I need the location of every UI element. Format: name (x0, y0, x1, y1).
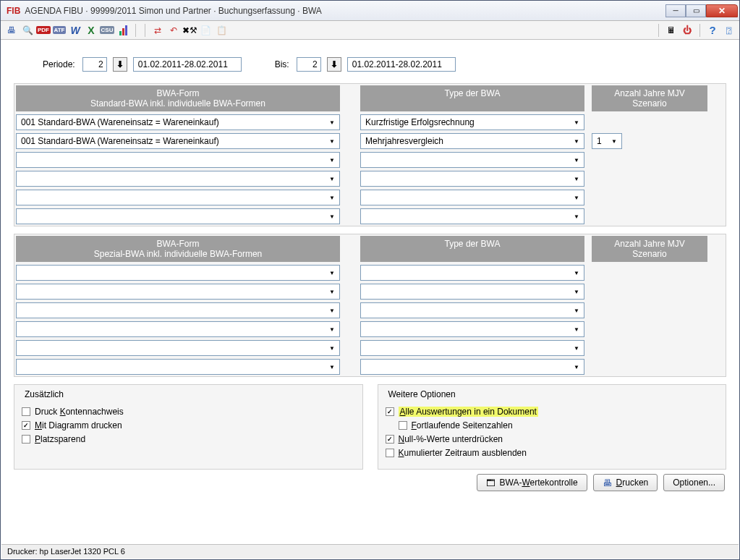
bwa-form-combo[interactable]: ▼ (16, 321, 340, 337)
copy-icon[interactable]: 📄 (199, 24, 212, 37)
bwa-form-combo[interactable]: ▼ (16, 359, 340, 375)
status-bar: Drucker: hp LaserJet 1320 PCL 6 (1, 544, 739, 559)
bwa-type-combo[interactable]: ▼ (360, 359, 584, 375)
bwa-type-combo[interactable]: ▼ (360, 321, 584, 337)
chevron-down-icon: ▼ (326, 116, 338, 128)
chevron-down-icon: ▼ (326, 286, 338, 297)
spz-row: ▼▼ (16, 265, 724, 281)
bwa-type-combo[interactable]: ▼ (360, 152, 584, 168)
period-row: Periode: ⬇ Bis: ⬇ (43, 57, 726, 72)
std-row: 001 Standard-BWA (Wareneinsatz = Warenei… (16, 114, 724, 130)
bwa-type-combo[interactable]: ▼ (360, 265, 584, 281)
chevron-down-icon: ▼ (326, 154, 338, 166)
wertekontrolle-icon: 🗔 (486, 478, 496, 488)
weitere-optionen-panel: Weitere Optionen Alle Auswertungen in ei… (378, 384, 727, 470)
tools-icon[interactable]: ✖⚒ (183, 24, 196, 37)
csv-icon[interactable]: CSU (101, 24, 114, 37)
optionen-button[interactable]: Optionen... (663, 474, 725, 491)
chk-nullwerte[interactable] (386, 435, 394, 444)
lbl-fortlaufende: Fortlaufende Seitenzahlen (412, 420, 513, 430)
std-row: ▼▼ (16, 208, 724, 224)
chk-diagramm[interactable] (22, 421, 30, 430)
chk-fortlaufende[interactable] (399, 421, 407, 430)
preview-icon[interactable]: 🔍 (21, 24, 34, 37)
chevron-down-icon: ▼ (571, 211, 582, 222)
calculator-icon[interactable]: 🖩 (665, 24, 678, 37)
period-from-date[interactable] (133, 57, 242, 72)
lbl-platzsparend: Platzsparend (35, 434, 85, 444)
bwa-form-combo[interactable]: ▼ (16, 284, 340, 300)
chk-alle-auswertungen[interactable] (386, 407, 394, 416)
undo-icon[interactable]: ↶ (167, 24, 180, 37)
lbl-kontennachweis: Druck Kontennachweis (35, 407, 124, 417)
bwa-type-combo[interactable]: Kurzfristige Erfolgsrechnung▼ (360, 114, 584, 130)
print-icon[interactable]: 🖶 (5, 24, 18, 37)
bwa-type-combo[interactable]: ▼ (360, 171, 584, 187)
bwa-type-combo[interactable]: Mehrjahresvergleich▼ (360, 133, 584, 149)
period-label: Periode: (43, 59, 75, 69)
bwa-form-combo[interactable]: ▼ (16, 265, 340, 281)
atf-icon[interactable]: ATF (53, 24, 66, 37)
period-to-date[interactable] (347, 57, 456, 72)
zusaetzlich-title: Zusätzlich (22, 389, 355, 399)
whatsthis-icon[interactable]: ⍰ (722, 24, 735, 37)
bwa-form-combo[interactable]: 001 Standard-BWA (Wareneinsatz = Warenei… (16, 133, 340, 149)
toolbar: 🖶 🔍 PDF ATF W X CSU ⇄ ↶ ✖⚒ 📄 📋 🖩 ⏻ ? ⍰ (1, 21, 739, 40)
chevron-down-icon: ▼ (571, 267, 582, 279)
bwa-type-combo[interactable]: ▼ (360, 190, 584, 205)
minimize-button[interactable]: ─ (665, 4, 686, 17)
chk-kumuliert[interactable] (386, 449, 394, 457)
bwa-form-combo[interactable]: ▼ (16, 302, 340, 318)
bwa-wertekontrolle-button[interactable]: 🗔 BWA-Wertekontrolle (477, 474, 587, 491)
pdf-icon[interactable]: PDF (37, 24, 50, 37)
word-icon[interactable]: W (69, 24, 82, 37)
lbl-nullwerte: Null-%-Werte unterdrücken (399, 434, 503, 444)
lbl-alle-auswertungen: Alle Auswertungen in ein Dokument (399, 407, 538, 417)
period-from-input[interactable] (82, 57, 107, 72)
period-from-picker[interactable]: ⬇ (113, 57, 127, 72)
mjv-combo[interactable]: 1▼ (592, 133, 622, 149)
chevron-down-icon: ▼ (571, 342, 582, 354)
bwa-type-combo[interactable]: ▼ (360, 340, 584, 356)
chevron-down-icon: ▼ (326, 173, 338, 184)
titlebar: FIB AGENDA FIBU · 99999/2011 Simon und P… (1, 1, 739, 21)
maximize-button[interactable]: ▭ (686, 4, 706, 17)
chart-icon[interactable] (116, 24, 129, 37)
period-to-picker[interactable]: ⬇ (327, 57, 341, 72)
chk-kontennachweis[interactable] (22, 407, 30, 416)
drucken-button[interactable]: 🖶 Drucken (593, 474, 658, 491)
chevron-down-icon: ▼ (326, 305, 338, 316)
bwa-form-combo[interactable]: ▼ (16, 208, 340, 224)
std-row: 001 Standard-BWA (Wareneinsatz = Warenei… (16, 133, 724, 149)
chevron-down-icon: ▼ (571, 135, 582, 147)
chevron-down-icon: ▼ (571, 192, 582, 203)
period-to-input[interactable] (297, 57, 321, 72)
excel-icon[interactable]: X (85, 24, 98, 37)
chevron-down-icon: ▼ (326, 323, 338, 335)
window-title: AGENDA FIBU · 99999/2011 Simon und Partn… (25, 6, 665, 16)
chevron-down-icon: ▼ (571, 154, 582, 166)
bwa-form-combo[interactable]: ▼ (16, 190, 340, 205)
bwa-form-combo[interactable]: ▼ (16, 171, 340, 187)
swap-icon[interactable]: ⇄ (151, 24, 164, 37)
period-to-label: Bis: (275, 59, 289, 69)
chevron-down-icon: ▼ (326, 211, 338, 222)
std-row: ▼▼ (16, 152, 724, 168)
bwa-type-combo[interactable]: ▼ (360, 302, 584, 318)
bwa-type-combo[interactable]: ▼ (360, 208, 584, 224)
chevron-down-icon: ▼ (326, 361, 338, 373)
spz-row: ▼▼ (16, 340, 724, 356)
power-icon[interactable]: ⏻ (681, 24, 694, 37)
bwa-type-combo[interactable]: ▼ (360, 284, 584, 300)
chevron-down-icon: ▼ (326, 192, 338, 203)
close-button[interactable]: ✕ (706, 4, 738, 17)
chevron-down-icon: ▼ (571, 305, 582, 316)
chk-platzsparend[interactable] (22, 435, 30, 444)
spz-row: ▼▼ (16, 302, 724, 318)
paste-icon[interactable]: 📋 (215, 24, 228, 37)
bwa-form-combo[interactable]: ▼ (16, 152, 340, 168)
help-icon[interactable]: ? (706, 24, 719, 37)
bwa-form-combo[interactable]: ▼ (16, 340, 340, 356)
print-icon-btn: 🖶 (603, 478, 612, 488)
bwa-form-combo[interactable]: 001 Standard-BWA (Wareneinsatz = Warenei… (16, 114, 340, 130)
